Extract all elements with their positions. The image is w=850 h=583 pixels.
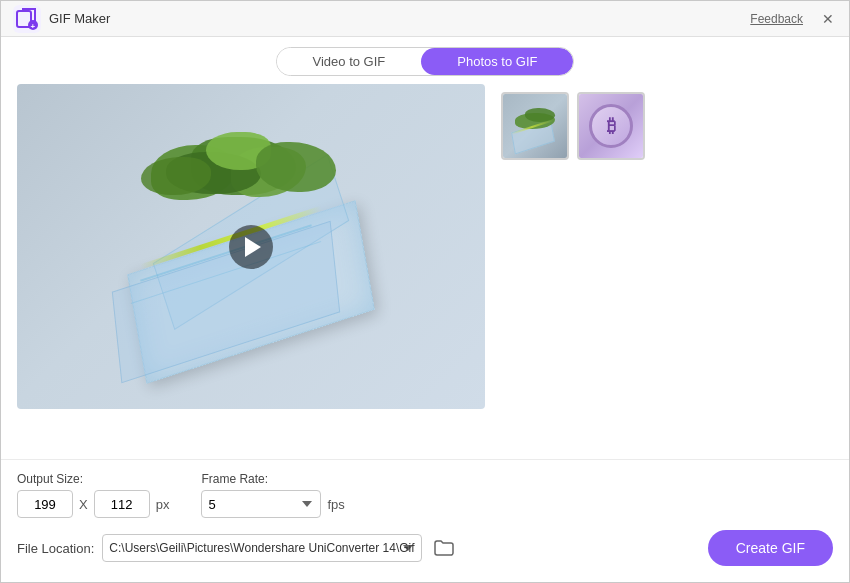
tab-photos-to-gif[interactable]: Photos to GIF [421, 48, 573, 75]
fps-label: fps [327, 497, 344, 512]
app-title: GIF Maker [49, 11, 110, 26]
fps-row: 5 10 15 20 25 30 fps [201, 490, 344, 518]
titlebar-left: + GIF Maker [13, 5, 110, 33]
output-size-group: Output Size: X px [17, 472, 169, 518]
folder-icon [434, 540, 454, 556]
folder-button[interactable] [430, 534, 458, 562]
frame-rate-label: Frame Rate: [201, 472, 344, 486]
feedback-link[interactable]: Feedback [750, 12, 803, 26]
thumbnail-2[interactable]: ₿ [577, 92, 645, 160]
controls-row: Output Size: X px Frame Rate: 5 10 15 20 [17, 472, 833, 518]
file-location-row: File Location: C:\Users\Geili\Pictures\W… [17, 534, 458, 562]
bottom-controls: Output Size: X px Frame Rate: 5 10 15 20 [1, 459, 849, 582]
thumbnails-panel: ₿ [501, 84, 833, 459]
preview-area [17, 84, 485, 459]
fps-select[interactable]: 5 10 15 20 25 30 [201, 490, 321, 518]
file-location-label: File Location: [17, 541, 94, 556]
main-content: ₿ [1, 84, 849, 459]
app-logo-icon: + [13, 5, 41, 33]
bottom-row: File Location: C:\Users\Geili\Pictures\W… [17, 530, 833, 566]
svg-text:+: + [31, 21, 36, 30]
file-path-select[interactable]: C:\Users\Geili\Pictures\Wondershare UniC… [102, 534, 422, 562]
create-gif-button[interactable]: Create GIF [708, 530, 833, 566]
px-label: px [156, 497, 170, 512]
size-inputs: X px [17, 490, 169, 518]
titlebar: + GIF Maker Feedback ✕ [1, 1, 849, 37]
height-input[interactable] [94, 490, 150, 518]
output-size-label: Output Size: [17, 472, 169, 486]
tabbar: Video to GIF Photos to GIF [1, 37, 849, 84]
framerate-group: Frame Rate: 5 10 15 20 25 30 fps [201, 472, 344, 518]
tab-group: Video to GIF Photos to GIF [276, 47, 575, 76]
width-input[interactable] [17, 490, 73, 518]
play-button[interactable] [229, 225, 273, 269]
titlebar-right: Feedback ✕ [750, 10, 837, 28]
close-button[interactable]: ✕ [819, 10, 837, 28]
x-separator: X [79, 497, 88, 512]
play-icon [245, 237, 261, 257]
video-preview [17, 84, 485, 409]
main-window: + GIF Maker Feedback ✕ Video to GIF Phot… [0, 0, 850, 583]
thumbnail-1[interactable] [501, 92, 569, 160]
thumbnail-2-symbol: ₿ [589, 104, 633, 148]
tab-video-to-gif[interactable]: Video to GIF [277, 48, 422, 75]
